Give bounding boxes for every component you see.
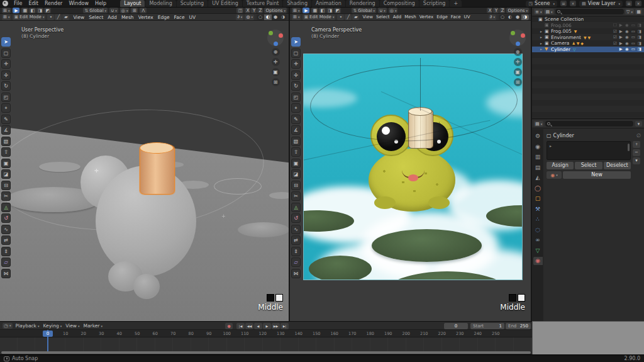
new-scene-button[interactable]: ⊞ (560, 1, 567, 6)
tool-select-box[interactable]: ▢ (291, 48, 301, 58)
scene-selector[interactable]: ◳ Scene (526, 1, 557, 7)
remove-view-layer-button[interactable]: ✕ (635, 1, 641, 6)
new-material-button[interactable]: New (563, 171, 631, 179)
tab-particles[interactable]: ∴ (533, 215, 543, 223)
tab-render[interactable]: ◉ (533, 143, 543, 151)
tab-world[interactable]: ◯ (533, 184, 543, 193)
select-mode-vertex[interactable]: ∙ (47, 14, 54, 20)
viewport-menu[interactable]: UV (187, 14, 198, 20)
next-keyframe-button[interactable]: ▶▶ (272, 323, 280, 329)
overlap-icon[interactable]: ◨ (36, 8, 43, 13)
workspace-tab[interactable]: Sculpting (177, 0, 208, 7)
perspective-icon[interactable]: ⊞ (272, 78, 280, 86)
tab-object[interactable]: ▢ (533, 195, 543, 203)
tab-constraints[interactable]: ∞ (533, 236, 543, 244)
workspace-tab[interactable]: Modeling (145, 0, 175, 7)
workspace-tab[interactable]: Shading (283, 0, 311, 7)
viewport-menu[interactable]: Vertex (418, 14, 435, 20)
snap-magnet-button[interactable]: ∪ (109, 8, 118, 13)
tool-rotate[interactable]: ↻ (1, 81, 11, 91)
tool-bevel[interactable]: ◪ (291, 169, 301, 179)
jump-to-end-button[interactable]: ▶| (280, 323, 289, 329)
proportional-edit-button[interactable]: ◎ (389, 8, 398, 13)
editor-type-button[interactable]: ⊞ (2, 14, 11, 20)
mirror-axis-button[interactable]: Z (257, 8, 263, 13)
outliner-row-environment[interactable]: ▸ ▣ Environment ▼ ▼ ☑ ▶ ◉ ▭ ◨ (532, 35, 644, 41)
row-visibility-toggles[interactable]: ▶ ◉ ▭ ◨ (619, 47, 642, 52)
pan-icon[interactable]: ✛ (514, 58, 522, 66)
snap-target-icon[interactable]: ⊞ (131, 8, 138, 13)
properties-editor-icon[interactable]: ▤ (534, 121, 543, 127)
tab-material[interactable]: ◉ (533, 257, 543, 265)
workspace-tab[interactable]: Compositing (380, 0, 419, 7)
tool-measure[interactable]: ∡ (1, 125, 11, 135)
select-button[interactable]: Select (575, 162, 602, 169)
workspace-tab[interactable]: Rendering (346, 0, 379, 7)
tab-physics[interactable]: ◌ (533, 226, 543, 234)
xray-icon[interactable]: ◧ (29, 8, 36, 13)
tool-extrude-region[interactable]: ⇧ (1, 147, 11, 157)
tool-shear[interactable]: ▱ (1, 257, 11, 267)
tool-loop-cut[interactable]: ⊟ (1, 181, 11, 190)
falloff-icon[interactable]: Λ (140, 8, 147, 13)
topbar-menu[interactable]: Window (65, 1, 92, 6)
workspace-tab[interactable]: Scripting (419, 0, 450, 7)
viewport-menu[interactable]: View (361, 14, 374, 20)
view-layer-selector[interactable]: ▤ View Layer (579, 1, 623, 7)
select-mode-face[interactable]: ▰ (352, 14, 359, 20)
zoom-icon[interactable]: ⊕ (514, 48, 522, 56)
shading-material[interactable]: ● (514, 14, 521, 20)
mirror-axis-button[interactable]: X (487, 8, 492, 13)
workspace-tab[interactable]: UV Editing (208, 0, 242, 7)
tool-inset-faces[interactable]: ▣ (1, 159, 11, 168)
tool-add-cube[interactable]: ▧ (1, 137, 11, 146)
workspace-tab[interactable]: + (450, 0, 462, 7)
viewport-menu[interactable]: Mesh (119, 14, 136, 20)
tab-view-layer[interactable]: ▤ (533, 164, 543, 172)
pan-icon[interactable]: ✛ (272, 58, 280, 66)
viewport-menu[interactable]: Face (450, 14, 462, 20)
filter-funnel-icon[interactable]: ▽ (625, 9, 634, 14)
shading-material[interactable]: ● (272, 14, 279, 20)
expand-arrow-icon[interactable]: ▸ (540, 35, 543, 39)
timeline-menu[interactable]: Marker (82, 323, 104, 329)
outliner-row-cylinder[interactable]: ▸ ▼ Cylinder ▽ ▶ ◉ ▭ ◨ (532, 47, 644, 53)
tool-rip-region[interactable]: ⋈ (291, 269, 301, 278)
overlap-icon[interactable]: ◨ (326, 8, 333, 13)
outliner-search-input[interactable] (555, 9, 625, 14)
timeline-track-area[interactable] (0, 337, 532, 351)
tab-object-data[interactable]: ▽ (533, 247, 543, 255)
timeline-menu[interactable]: Keying (41, 323, 64, 329)
timeline-menu[interactable]: Playback (14, 323, 42, 329)
viewport-menu[interactable]: Mesh (403, 14, 417, 20)
deselect-button[interactable]: Deselect (604, 162, 631, 169)
tab-output[interactable]: ▥ (533, 153, 543, 161)
slot-list-scrollbar[interactable] (628, 144, 630, 151)
mirror-icon[interactable]: ◫ (236, 8, 243, 13)
outliner-options-icon[interactable]: ▦ (635, 9, 642, 14)
new-view-layer-button[interactable]: ⊞ (626, 1, 632, 6)
expand-arrow-icon[interactable]: ▸ (540, 47, 543, 51)
orientation-gizmo[interactable] (267, 30, 284, 46)
tab-scene[interactable]: ◭ (533, 174, 543, 182)
editor-type-button[interactable]: ⊞ (2, 8, 11, 13)
outliner-row-frog-005[interactable]: ▸ ▣ Frog.005 ▼ ☑ ▶ ◉ ▭ ◨ (532, 28, 644, 35)
tab-modifiers[interactable]: ⚒ (533, 205, 543, 213)
tab-tool[interactable]: ⚙ (533, 132, 543, 140)
slot-specials-menu[interactable]: ▾ (633, 157, 640, 164)
outliner-row-camera[interactable]: ▸ ▣ Camera ♟ ▼ ◆ ☑ ▶ ◉ ▭ ◨ (532, 40, 644, 47)
shading-solid[interactable]: ◐ (506, 14, 514, 20)
viewport-menu[interactable]: Add (106, 14, 119, 20)
tool-shrink-fatten[interactable]: ⇕ (1, 247, 11, 256)
outliner-display-mode-icon[interactable]: ▤ (544, 9, 553, 14)
tool-scale[interactable]: ◰ (1, 93, 11, 102)
gizmos-dropdown[interactable]: ∂ (489, 14, 496, 20)
prev-keyframe-button[interactable]: ◀◀ (245, 323, 253, 329)
row-visibility-toggles[interactable]: ☑ ▶ ◉ ▭ ◨ (613, 35, 642, 40)
tool-shrink-fatten[interactable]: ⇕ (291, 247, 301, 256)
topbar-menu[interactable]: Render (42, 1, 65, 6)
remove-slot-button[interactable]: − (633, 149, 640, 156)
workspace-tab[interactable]: Layout (120, 0, 145, 7)
tool-scale[interactable]: ◰ (291, 93, 301, 102)
overlays-dropdown[interactable]: ◍ (245, 14, 254, 20)
